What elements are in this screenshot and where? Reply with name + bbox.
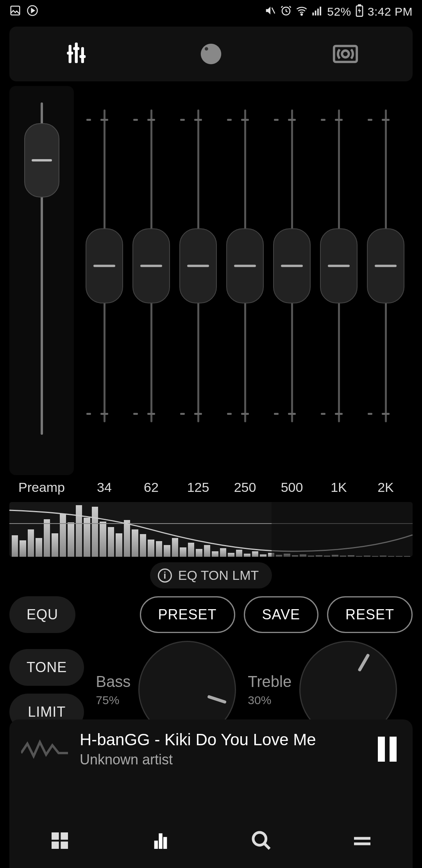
eq-band-label: 62 — [128, 480, 175, 495]
signal-icon — [311, 5, 323, 19]
nav-menu-button[interactable] — [349, 827, 376, 854]
eq-slider-34[interactable] — [104, 109, 106, 422]
info-icon: i — [158, 569, 172, 583]
svg-point-4 — [301, 14, 302, 15]
dsp-status-chip[interactable]: i EQ TON LMT — [150, 562, 272, 588]
bass-value: 75% — [96, 694, 131, 707]
eq-band-1K — [315, 86, 362, 475]
svg-rect-13 — [81, 47, 84, 63]
preamp-slider-container — [9, 86, 74, 475]
svg-rect-6 — [315, 11, 316, 16]
equalizer-panel — [0, 86, 422, 475]
eq-band-label: 250 — [222, 480, 268, 495]
svg-rect-21 — [52, 832, 59, 840]
eq-slider-thumb[interactable] — [86, 228, 123, 303]
eq-slider-thumb[interactable] — [226, 228, 264, 303]
now-playing-bar[interactable]: H-banGG - Kiki Do You Love Me Unknown ar… — [9, 719, 413, 868]
dsp-status-text: EQ TON LMT — [178, 568, 259, 583]
svg-rect-12 — [75, 43, 78, 63]
svg-line-29 — [264, 843, 270, 849]
tab-equalizer[interactable] — [9, 27, 144, 81]
wifi-icon — [296, 5, 308, 19]
preset-button[interactable]: PRESET — [140, 596, 235, 633]
nav-library-button[interactable] — [46, 827, 73, 854]
eq-slider-thumb[interactable] — [179, 228, 217, 303]
svg-rect-7 — [317, 9, 319, 16]
gallery-icon — [9, 5, 21, 19]
pause-button[interactable] — [374, 737, 401, 762]
save-button[interactable]: SAVE — [244, 596, 318, 633]
eq-band-label: 125 — [175, 480, 222, 495]
waveform-icon — [21, 737, 68, 761]
treble-label: Treble — [248, 673, 291, 690]
svg-point-17 — [201, 44, 222, 65]
bass-label: Bass — [96, 673, 131, 690]
svg-rect-14 — [67, 52, 73, 54]
svg-rect-22 — [61, 832, 68, 840]
nav-equalizer-button[interactable] — [147, 827, 174, 854]
svg-rect-31 — [354, 843, 370, 845]
eq-band-2K — [362, 86, 409, 475]
eq-slider-62[interactable] — [150, 109, 152, 422]
preamp-label: Preamp — [9, 480, 74, 495]
svg-rect-25 — [154, 841, 158, 849]
eq-slider-thumb[interactable] — [273, 228, 311, 303]
spectrum-analyzer[interactable] — [9, 502, 413, 557]
svg-rect-23 — [52, 841, 59, 849]
svg-rect-0 — [11, 6, 20, 15]
clock-text: 3:42 PM — [368, 5, 413, 18]
eq-slider-thumb[interactable] — [367, 228, 404, 303]
svg-line-2 — [272, 7, 275, 13]
svg-rect-15 — [73, 47, 79, 50]
tone-button[interactable]: TONE — [9, 649, 84, 686]
svg-rect-24 — [61, 841, 68, 849]
status-bar: 52% 3:42 PM — [0, 0, 422, 23]
now-playing-artist: Unknown artist — [80, 751, 362, 768]
bottom-nav — [9, 813, 413, 868]
eq-band-label: 34 — [81, 480, 128, 495]
eq-slider-2K[interactable] — [385, 109, 387, 422]
eq-slider-1K[interactable] — [338, 109, 340, 422]
svg-point-18 — [205, 47, 208, 51]
eq-band-500 — [268, 86, 315, 475]
now-playing-title: H-banGG - Kiki Do You Love Me — [80, 730, 362, 749]
svg-rect-10 — [358, 4, 360, 6]
battery-charging-icon — [355, 4, 364, 20]
eq-band-125 — [175, 86, 222, 475]
eq-band-34 — [81, 86, 128, 475]
battery-text: 52% — [327, 5, 351, 18]
eq-slider-thumb[interactable] — [320, 228, 358, 303]
eq-band-label: 2K — [362, 480, 409, 495]
tab-surround[interactable] — [278, 27, 413, 81]
eq-slider-125[interactable] — [197, 109, 199, 422]
audio-tab-bar — [9, 27, 413, 81]
preamp-slider-thumb[interactable] — [24, 123, 59, 197]
eq-band-label: 500 — [268, 480, 315, 495]
svg-rect-16 — [79, 55, 86, 58]
eq-band-label: 1K — [315, 480, 362, 495]
preamp-slider-track[interactable] — [41, 102, 43, 435]
alarm-icon — [280, 5, 292, 19]
svg-point-20 — [342, 50, 349, 57]
svg-rect-27 — [163, 837, 167, 849]
svg-rect-8 — [320, 7, 321, 16]
svg-rect-5 — [313, 13, 314, 16]
reset-button[interactable]: RESET — [327, 596, 413, 633]
equ-button[interactable]: EQU — [9, 596, 75, 633]
mute-vibrate-icon — [265, 5, 276, 19]
eq-bands — [81, 86, 422, 475]
eq-band-62 — [128, 86, 175, 475]
svg-point-28 — [253, 832, 266, 845]
eq-band-250 — [222, 86, 268, 475]
play-circle-icon — [27, 5, 38, 19]
eq-slider-250[interactable] — [244, 109, 246, 422]
tab-knob[interactable] — [144, 27, 278, 81]
eq-slider-500[interactable] — [291, 109, 293, 422]
svg-rect-30 — [354, 837, 370, 840]
nav-search-button[interactable] — [248, 827, 275, 854]
svg-rect-26 — [159, 833, 162, 849]
treble-value: 30% — [248, 694, 291, 707]
eq-slider-thumb[interactable] — [132, 228, 170, 303]
